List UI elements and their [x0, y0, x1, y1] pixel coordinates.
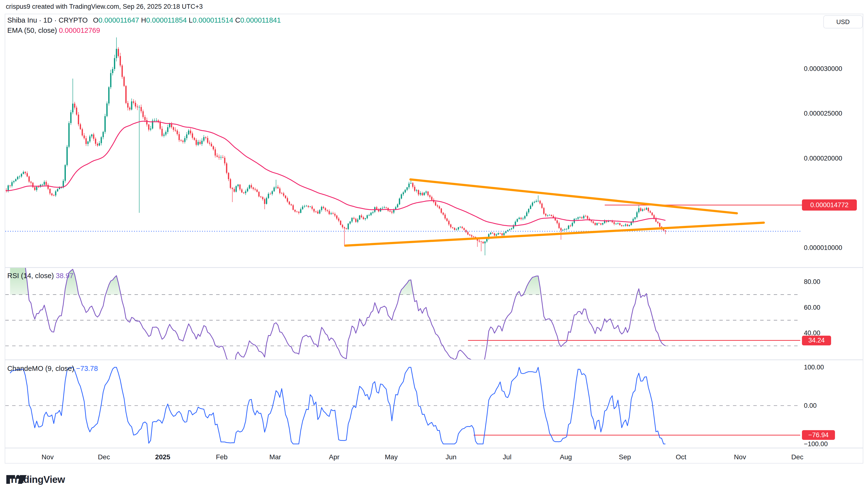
time-axis-label[interactable]: Nov — [41, 453, 54, 461]
high-label: H — [141, 16, 146, 24]
ema-label: EMA (50, close) — [7, 26, 57, 34]
symbol-legend[interactable]: Shiba Inu · 1D · CRYPTO O0.000011647 H0.… — [7, 16, 281, 24]
chandemo-label: ChandeMO — [7, 364, 43, 373]
tradingview-snapshot: crispus9 created with TradingView.com, S… — [0, 0, 868, 495]
chandemo-level-badge: −76.94 — [802, 430, 835, 440]
ema-legend[interactable]: EMA (50, close) 0.000012769 — [7, 26, 100, 34]
symbol-title: Shiba Inu · 1D · CRYPTO — [7, 16, 88, 24]
time-axis-label[interactable]: Dec — [98, 453, 110, 461]
time-axis-label[interactable]: Aug — [560, 453, 572, 461]
rsi-axis-label: 80.00 — [804, 278, 820, 286]
time-axis-label[interactable]: Nov — [734, 453, 746, 461]
low-value: 0.000011514 — [193, 16, 233, 24]
close-value: 0.000011841 — [240, 16, 281, 24]
time-axis-label[interactable]: May — [385, 453, 398, 461]
rsi-params: (14, close) — [21, 272, 54, 280]
chandemo-axis-label: 100.00 — [804, 363, 824, 371]
chandemo-legend[interactable]: ChandeMO (9, close) −73.78 — [7, 364, 98, 373]
close-label: C — [235, 16, 240, 24]
time-axis-label[interactable]: Feb — [216, 453, 228, 461]
rsi-value: 38.97 — [56, 272, 74, 280]
widget-frame — [5, 14, 863, 463]
chart-canvas[interactable] — [0, 0, 868, 495]
overlay-lines — [5, 180, 802, 245]
high-value: 0.000011854 — [146, 16, 187, 24]
rsi-label: RSI — [7, 272, 19, 280]
time-axis-label[interactable]: Dec — [791, 453, 803, 461]
chandemo-params: (9, close) — [45, 364, 74, 373]
ema-value: 0.000012769 — [59, 26, 100, 34]
price-axis-label: 0.000010000 — [804, 244, 842, 252]
rsi-pane[interactable] — [5, 259, 802, 366]
price-line-badge: 0.000014772 — [802, 200, 857, 210]
chandemo-pane[interactable] — [5, 367, 802, 444]
time-axis-label[interactable]: 2025 — [155, 453, 170, 461]
tradingview-logo-icon — [6, 474, 27, 485]
tradingview-logo[interactable]: TradingView — [6, 474, 65, 485]
chandemo-axis-label: −100.00 — [804, 440, 828, 448]
time-axis-label[interactable]: Sep — [619, 453, 631, 461]
price-axis-label: 0.000020000 — [804, 154, 842, 162]
rsi-level-badge: 34.24 — [802, 336, 831, 345]
price-axis-label: 0.000025000 — [804, 110, 842, 117]
time-axis-label[interactable]: Mar — [269, 453, 281, 461]
time-axis-label[interactable]: Jul — [503, 453, 511, 461]
low-label: L — [189, 16, 193, 24]
time-axis-label[interactable]: Apr — [329, 453, 340, 461]
currency-button[interactable]: USD — [823, 15, 863, 29]
main-price-pane[interactable] — [5, 37, 666, 255]
time-axis-label[interactable]: Jun — [446, 453, 456, 461]
rsi-legend[interactable]: RSI (14, close) 38.97 — [7, 272, 73, 280]
chandemo-value: −73.78 — [76, 364, 98, 373]
open-value: 0.000011647 — [99, 16, 139, 24]
chandemo-axis-label: 0.00 — [804, 402, 817, 410]
time-axis-label[interactable]: Oct — [676, 453, 686, 461]
rsi-axis-label: 60.00 — [804, 304, 820, 311]
price-axis-label: 0.000030000 — [804, 65, 842, 73]
open-label: O — [93, 16, 99, 24]
